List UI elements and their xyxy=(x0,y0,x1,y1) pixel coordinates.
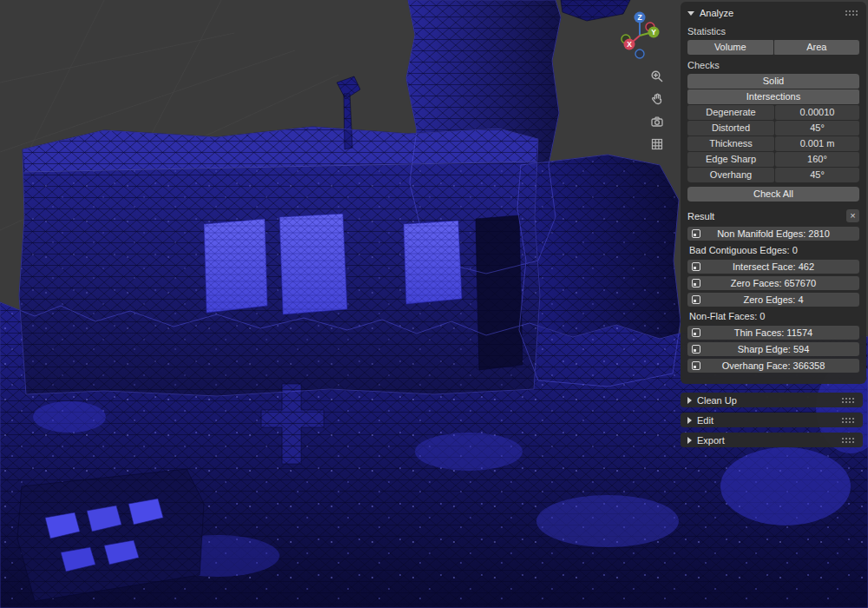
thickness-check-button[interactable]: Thickness xyxy=(687,136,774,151)
result-label-text: Zero Faces: 657670 xyxy=(731,278,816,288)
area-button[interactable]: Area xyxy=(774,40,860,55)
result-zero-faces-button[interactable]: Zero Faces: 657670 xyxy=(687,276,859,290)
grid-ortho-icon[interactable] xyxy=(650,137,664,151)
edge-sharp-check-button[interactable]: Edge Sharp xyxy=(687,152,774,167)
panel-header-analyze[interactable]: Analyze xyxy=(687,5,859,21)
degenerate-check-button[interactable]: Degenerate xyxy=(687,105,774,120)
thickness-value-field[interactable]: 0.001 m xyxy=(775,136,859,151)
drag-grip-icon[interactable] xyxy=(845,10,859,17)
result-label-text: Zero Edges: 4 xyxy=(743,294,803,305)
gizmo-neg-z[interactable] xyxy=(635,50,644,58)
chevron-down-icon xyxy=(687,11,694,16)
gizmo-z-label: Z xyxy=(637,13,641,22)
result-label-text: Sharp Edge: 594 xyxy=(738,344,810,354)
check-row-edge-sharp: Edge Sharp 160° xyxy=(687,152,859,167)
result-bad-contiguous-text: Bad Contiguous Edges: 0 xyxy=(687,243,859,257)
result-thin-faces-button[interactable]: Thin Faces: 11574 xyxy=(687,326,859,340)
mesh-windows xyxy=(204,214,462,314)
distorted-value-field[interactable]: 45° xyxy=(775,121,859,135)
result-label-text: Intersect Face: 462 xyxy=(733,261,814,272)
select-mode-icon xyxy=(692,229,700,238)
panel-title: Export xyxy=(697,435,725,446)
close-icon[interactable]: × xyxy=(846,209,859,222)
drag-grip-icon[interactable] xyxy=(841,437,856,444)
overhang-check-button[interactable]: Overhang xyxy=(687,168,774,182)
result-label-text: Non Manifold Edges: 2810 xyxy=(717,228,830,239)
select-mode-icon xyxy=(692,262,700,271)
intersections-check-button[interactable]: Intersections xyxy=(687,89,859,104)
result-non-flat-text: Non-Flat Faces: 0 xyxy=(687,309,859,323)
panel-title: Analyze xyxy=(700,8,733,18)
drag-grip-icon[interactable] xyxy=(841,397,856,404)
degenerate-value-field[interactable]: 0.00010 xyxy=(775,105,859,120)
result-non-manifold-button[interactable]: Non Manifold Edges: 2810 xyxy=(687,227,859,241)
blender-window: Z Y X Analyze xyxy=(0,0,868,608)
solid-check-button[interactable]: Solid xyxy=(687,74,859,89)
result-label-text: Overhang Face: 366358 xyxy=(722,360,825,371)
panel-title: Clean Up xyxy=(697,395,737,406)
chevron-right-icon xyxy=(687,437,692,444)
check-row-thickness: Thickness 0.001 m xyxy=(687,136,859,151)
pan-hand-icon[interactable] xyxy=(650,92,664,106)
panel-header-export[interactable]: Export xyxy=(681,433,863,447)
panel-header-clean-up[interactable]: Clean Up xyxy=(681,393,863,407)
check-row-overhang: Overhang 45° xyxy=(687,168,859,182)
select-mode-icon xyxy=(692,345,700,354)
overhang-value-field[interactable]: 45° xyxy=(775,168,859,182)
select-mode-icon xyxy=(692,295,700,304)
zoom-icon[interactable] xyxy=(650,69,664,83)
gizmo-y-label: Y xyxy=(651,28,656,36)
drag-grip-icon[interactable] xyxy=(841,417,856,424)
panel-header-edit[interactable]: Edit xyxy=(681,413,863,427)
result-sharp-edge-button[interactable]: Sharp Edge: 594 xyxy=(687,342,859,356)
checks-label: Checks xyxy=(687,60,859,71)
result-label: Result xyxy=(687,211,714,221)
statistics-label: Statistics xyxy=(687,26,859,37)
check-row-degenerate: Degenerate 0.00010 xyxy=(687,105,859,120)
sidebar-panel-analyze: Analyze Statistics Volume Area Checks So… xyxy=(681,2,866,384)
select-mode-icon xyxy=(692,279,700,287)
result-overhang-face-button[interactable]: Overhang Face: 366358 xyxy=(687,359,859,373)
check-row-distorted: Distorted 45° xyxy=(687,121,859,135)
volume-button[interactable]: Volume xyxy=(687,40,773,55)
select-mode-icon xyxy=(692,361,700,370)
chevron-right-icon xyxy=(687,417,692,424)
panel-title: Edit xyxy=(697,415,713,426)
gizmo-x-label: X xyxy=(627,40,632,49)
edge-sharp-value-field[interactable]: 160° xyxy=(775,152,859,167)
result-zero-edges-button[interactable]: Zero Edges: 4 xyxy=(687,293,859,307)
select-mode-icon xyxy=(692,328,700,337)
result-label-text: Thin Faces: 11574 xyxy=(734,327,812,338)
camera-icon[interactable] xyxy=(650,115,664,129)
check-all-button[interactable]: Check All xyxy=(687,187,859,202)
result-intersect-face-button[interactable]: Intersect Face: 462 xyxy=(687,260,859,274)
chevron-right-icon xyxy=(687,397,692,404)
distorted-check-button[interactable]: Distorted xyxy=(687,121,774,135)
